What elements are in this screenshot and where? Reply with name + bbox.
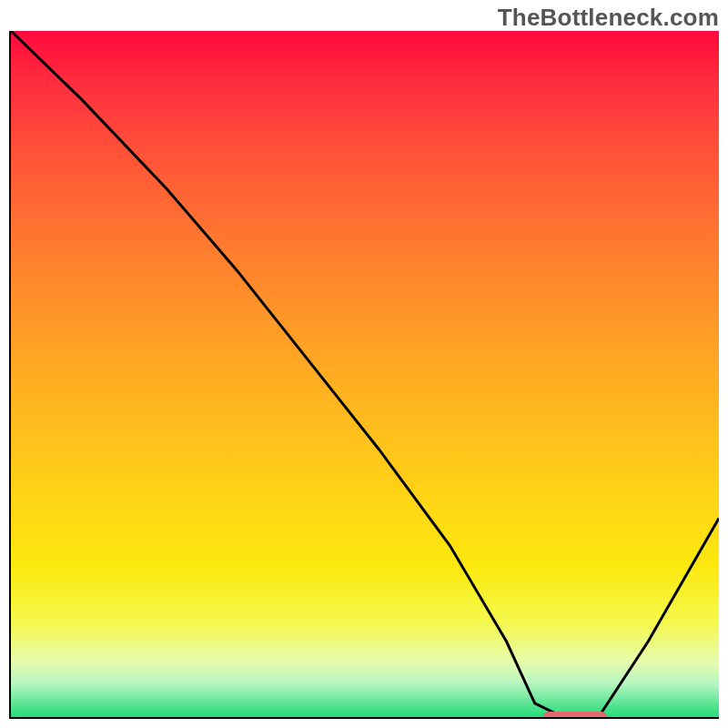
curve-path — [11, 31, 719, 717]
optimal-range-marker — [543, 712, 607, 719]
chart-frame: TheBottleneck.com — [0, 0, 728, 728]
bottleneck-curve — [11, 31, 719, 717]
watermark-text: TheBottleneck.com — [498, 4, 719, 32]
plot-area — [9, 31, 719, 719]
